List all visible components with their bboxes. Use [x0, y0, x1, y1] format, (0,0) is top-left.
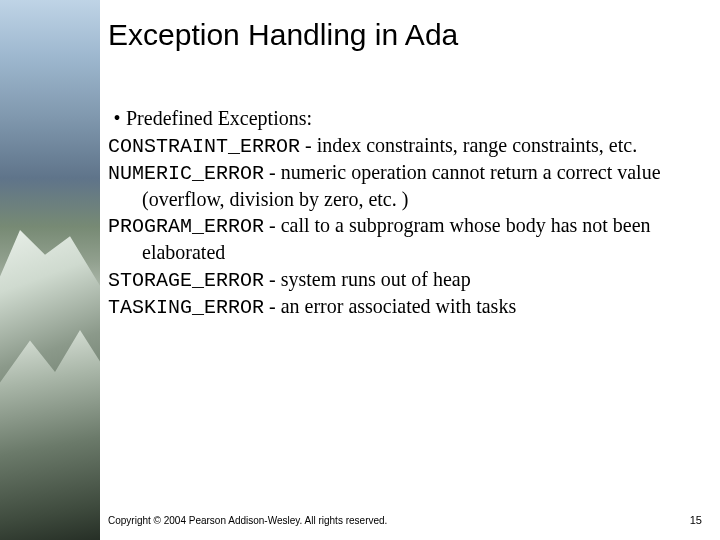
bullet-icon: •: [108, 106, 126, 132]
exception-item: NUMERIC_ERROR - numeric operation cannot…: [108, 160, 708, 212]
copyright-text: Copyright © 2004 Pearson Addison-Wesley.…: [108, 515, 387, 526]
footer: Copyright © 2004 Pearson Addison-Wesley.…: [108, 514, 702, 526]
exception-desc: - system runs out of heap: [264, 268, 471, 290]
bullet-item: •Predefined Exceptions:: [108, 106, 708, 132]
exception-code: STORAGE_ERROR: [108, 269, 264, 292]
slide: Exception Handling in Ada •Predefined Ex…: [0, 0, 720, 540]
exception-desc: - index constraints, range constraints, …: [300, 134, 637, 156]
slide-body: •Predefined Exceptions: CONSTRAINT_ERROR…: [108, 106, 708, 321]
exception-item: PROGRAM_ERROR - call to a subprogram who…: [108, 213, 708, 265]
exception-code: TASKING_ERROR: [108, 296, 264, 319]
exception-desc: - an error associated with tasks: [264, 295, 516, 317]
bullet-text: Predefined Exceptions:: [126, 107, 312, 129]
exception-item: CONSTRAINT_ERROR - index constraints, ra…: [108, 133, 708, 160]
exception-code: NUMERIC_ERROR: [108, 162, 264, 185]
exception-item: STORAGE_ERROR - system runs out of heap: [108, 267, 708, 294]
exception-code: PROGRAM_ERROR: [108, 215, 264, 238]
exception-code: CONSTRAINT_ERROR: [108, 135, 300, 158]
sidebar-image: [0, 0, 100, 540]
exception-item: TASKING_ERROR - an error associated with…: [108, 294, 708, 321]
content-area: Exception Handling in Ada •Predefined Ex…: [108, 0, 708, 540]
slide-title: Exception Handling in Ada: [108, 18, 708, 52]
page-number: 15: [690, 514, 702, 526]
